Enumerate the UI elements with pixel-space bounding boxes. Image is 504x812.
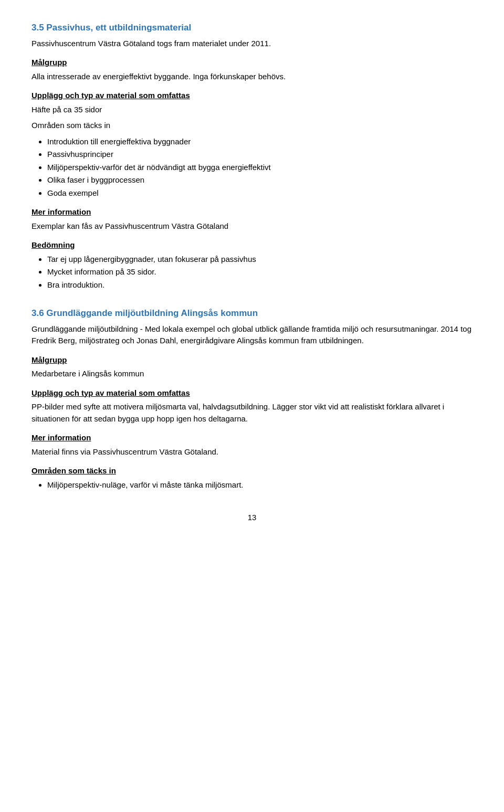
- upplag-hafte: Häfte på ca 35 sidor: [32, 104, 472, 116]
- malgrupp-text-36: Medarbetare i Alingsås kommun: [32, 368, 472, 380]
- section-36: 3.6 Grundläggande miljöutbildning Alings…: [32, 307, 472, 491]
- mer-information-text-36: Material finns via Passivhuscentrum Väst…: [32, 446, 472, 458]
- mer-information-label-36: Mer information: [32, 432, 472, 444]
- omraden-label-36: Områden som täcks in: [32, 465, 472, 477]
- page-number: 13: [32, 512, 472, 524]
- list-item: Miljöperspektiv-varför det är nödvändigt…: [47, 162, 472, 174]
- section-36-title: 3.6 Grundläggande miljöutbildning Alings…: [32, 307, 472, 320]
- section-35: 3.5 Passivhus, ett utbildningsmaterial P…: [32, 21, 472, 291]
- upplag-text-36: PP-bilder med syfte att motivera miljösm…: [32, 401, 472, 425]
- mer-information-text-35: Exemplar kan fås av Passivhuscentrum Väs…: [32, 220, 472, 233]
- list-item: Introduktion till energieffektiva byggna…: [47, 136, 472, 148]
- list-item: Mycket information på 35 sidor.: [47, 266, 472, 278]
- malgrupp-label-35: Målgrupp: [32, 57, 472, 69]
- upplag-omraden: Områden som täcks in: [32, 120, 472, 132]
- bedomning-label-35: Bedömning: [32, 239, 472, 251]
- section-36-intro: Grundläggande miljöutbildning - Med loka…: [32, 323, 472, 347]
- list-item: Olika faser i byggprocessen: [47, 174, 472, 186]
- malgrupp-text-35: Alla intresserade av energieffektivt byg…: [32, 71, 472, 83]
- list-item: Goda exempel: [47, 187, 472, 199]
- list-item: Miljöperspektiv-nuläge, varför vi måste …: [47, 479, 472, 491]
- mer-information-label-35: Mer information: [32, 206, 472, 218]
- upplag-label-36: Upplägg och typ av material som omfattas: [32, 387, 472, 399]
- upplag-label-35: Upplägg och typ av material som omfattas: [32, 90, 472, 102]
- section-35-title: 3.5 Passivhus, ett utbildningsmaterial: [32, 21, 472, 35]
- bedomning-list-35: Tar ej upp lågenergibyggnader, utan foku…: [47, 254, 472, 291]
- list-item: Bra introduktion.: [47, 279, 472, 291]
- malgrupp-label-36: Målgrupp: [32, 354, 472, 366]
- omraden-list-36: Miljöperspektiv-nuläge, varför vi måste …: [47, 479, 472, 491]
- section-35-intro: Passivhuscentrum Västra Götaland togs fr…: [32, 38, 472, 50]
- list-item: Tar ej upp lågenergibyggnader, utan foku…: [47, 254, 472, 266]
- omraden-list-35: Introduktion till energieffektiva byggna…: [47, 136, 472, 199]
- list-item: Passivhusprinciper: [47, 149, 472, 161]
